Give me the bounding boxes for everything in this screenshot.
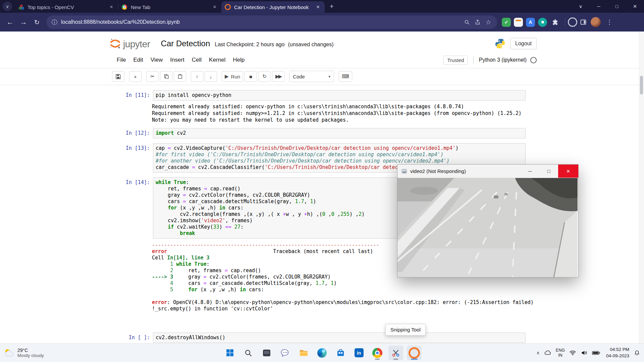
restart-run-all-button[interactable]: ▶▶ — [272, 71, 284, 82]
trusted-badge: Trusted — [443, 56, 468, 65]
menu-help[interactable]: Help — [229, 55, 248, 65]
menu-cell[interactable]: Cell — [188, 55, 205, 65]
taskbar-dark-app-button[interactable] — [259, 346, 274, 360]
video2-window[interactable]: video2 (Not Responding) ─ □ × — [397, 164, 579, 278]
grammar-extension-icon[interactable] — [538, 18, 547, 27]
share-icon[interactable] — [472, 17, 483, 27]
notes-extension-icon[interactable] — [514, 18, 523, 27]
tab-close-icon[interactable]: × — [108, 4, 115, 10]
new-tab-button[interactable]: + — [327, 1, 337, 11]
language-indicator[interactable]: ENG IN — [555, 347, 566, 359]
taskbar-file-explorer-button[interactable] — [296, 346, 311, 360]
weather-widget[interactable]: 29°C Mostly cloudy — [3, 347, 44, 359]
chevron-down-icon: ∨ — [6, 4, 9, 9]
back-button[interactable]: ← — [3, 15, 17, 29]
add-cell-button[interactable]: + — [129, 71, 142, 82]
command-palette-button[interactable]: ⌨ — [339, 71, 352, 82]
cell-prompt: In [12]: — [109, 128, 153, 138]
code-editor[interactable]: import cv2 — [153, 128, 526, 138]
move-cell-up-button[interactable]: ↑ — [191, 71, 203, 82]
menu-file[interactable]: File — [113, 55, 129, 65]
menu-kebab-icon[interactable]: ⋮ — [603, 15, 616, 29]
extensions-area: ✓ A — [502, 17, 561, 27]
onedrive-cloud-icon[interactable] — [543, 348, 552, 358]
tab-search-button[interactable]: ∨ — [3, 2, 12, 11]
clock-datetime[interactable]: 04:52 PM 04-09-2023 — [605, 346, 630, 360]
weather-temp: 29°C — [17, 348, 44, 353]
code-editor[interactable]: pip install opencv-python — [153, 90, 526, 101]
video2-minimize-button[interactable]: ─ — [521, 165, 539, 178]
tray-overflow-chevron-icon[interactable]: ∧ — [535, 349, 541, 356]
taskbar-chrome-button[interactable] — [370, 346, 385, 360]
window-minimize-button[interactable]: ─ — [590, 0, 608, 13]
menu-kernel[interactable]: Kernel — [205, 55, 229, 65]
copy-cell-button[interactable] — [160, 71, 172, 82]
taskbar-store-button[interactable] — [333, 346, 348, 360]
output-line — [152, 293, 526, 299]
start-button[interactable] — [222, 346, 237, 360]
cell-prompt: In [14]: — [109, 177, 153, 239]
window-controls: ∨ ─ □ × — [572, 0, 644, 13]
restart-kernel-button[interactable]: ↻ — [258, 71, 271, 82]
site-info-icon[interactable]: ⓘ — [52, 18, 57, 26]
url-text[interactable]: localhost:8888/notebooks/Car%20Detection… — [61, 19, 462, 25]
browser-tab-newtab[interactable]: New Tab × — [118, 1, 221, 13]
bookmark-star-icon[interactable]: ☆ — [483, 17, 494, 27]
select-caret-icon: ▾ — [329, 74, 331, 79]
menu-view[interactable]: View — [147, 55, 167, 65]
zoom-icon[interactable] — [462, 17, 472, 27]
chromium-logo-icon[interactable] — [567, 17, 578, 27]
address-bar[interactable]: ⓘ localhost:8888/notebooks/Car%20Detecti… — [46, 15, 497, 29]
taskbar-linkedin-button[interactable]: in — [352, 346, 366, 360]
reload-button[interactable]: ↻ — [30, 15, 44, 29]
sidebar-panel-icon[interactable] — [578, 17, 589, 27]
edge-logo-icon — [317, 348, 327, 358]
battery-icon[interactable] — [591, 350, 601, 356]
jupyter-toolbar: + ✂ ↑ ↓ ▶ Run ■ ↻ ▶▶ Code ▾ ⌨ — [0, 68, 644, 85]
jupyter-logo[interactable]: jupyter — [109, 38, 150, 50]
paste-cell-button[interactable] — [174, 71, 186, 82]
notification-bell-icon[interactable] — [633, 349, 641, 357]
window-maximize-button[interactable]: □ — [608, 0, 626, 13]
menu-edit[interactable]: Edit — [129, 55, 147, 65]
tab-close-icon[interactable]: × — [211, 4, 218, 10]
taskbar-snipping-tool-button[interactable] — [388, 346, 403, 360]
translate-extension-icon[interactable]: A — [526, 18, 535, 27]
taskbar-jupyter-button[interactable] — [407, 346, 422, 360]
interrupt-kernel-button[interactable]: ■ — [245, 71, 257, 82]
cell-type-select[interactable]: Code ▾ — [289, 71, 334, 82]
logout-button[interactable]: Logout — [510, 38, 537, 49]
browser-tab-jupyter[interactable]: Car Detection - Jupyter Notebook × — [221, 1, 325, 13]
forward-button[interactable]: → — [17, 15, 30, 29]
notebook-cell[interactable]: In [ ]:cv2.destroyAllWindows() — [109, 330, 526, 344]
cut-cell-button[interactable]: ✂ — [146, 71, 159, 82]
save-button[interactable] — [112, 71, 124, 82]
window-menu-chevron-icon[interactable]: ∨ — [572, 0, 590, 13]
browser-tab-opencv[interactable]: Top topics - OpenCV × — [15, 1, 118, 13]
notebook-title[interactable]: Car Detection — [161, 39, 210, 48]
tab-title: New Tab — [131, 4, 209, 10]
volume-icon[interactable] — [580, 348, 589, 357]
notebook-cell[interactable]: In [11]:pip install opencv-pythonRequire… — [109, 88, 526, 126]
extensions-puzzle-icon[interactable] — [550, 17, 561, 27]
taskbar-edge-button[interactable] — [315, 346, 329, 360]
menu-insert[interactable]: Insert — [166, 55, 188, 65]
video2-titlebar[interactable]: video2 (Not Responding) ─ □ × — [397, 165, 578, 178]
notebook-cell[interactable]: In [12]:import cv2 — [109, 126, 526, 141]
code-editor[interactable]: cv2.destroyAllWindows() — [153, 333, 526, 343]
video2-close-button[interactable]: × — [558, 165, 578, 178]
page-scrollbar[interactable] — [639, 32, 644, 344]
taskbar-chat-button[interactable] — [278, 346, 292, 360]
window-close-button[interactable]: × — [626, 0, 644, 13]
move-cell-down-button[interactable]: ↓ — [205, 71, 217, 82]
wifi-icon[interactable] — [568, 348, 577, 357]
scrollbar-thumb[interactable] — [640, 76, 643, 95]
adblock-extension-icon[interactable]: ✓ — [502, 18, 511, 27]
video2-maximize-button[interactable]: □ — [539, 165, 558, 178]
tab-close-icon[interactable]: × — [315, 4, 321, 10]
run-button[interactable]: ▶ Run — [222, 71, 243, 82]
taskbar-search-button[interactable] — [241, 346, 256, 360]
profile-avatar[interactable] — [591, 17, 601, 27]
cell-output: Requirement already satisfied: opencv-py… — [152, 103, 526, 123]
tab-title: Top topics - OpenCV — [28, 4, 105, 10]
